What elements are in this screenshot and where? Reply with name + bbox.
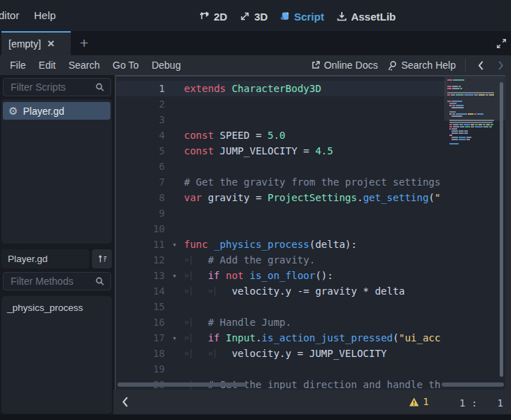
code-text: var gravity = ProjectSettings.get_settin… (184, 192, 440, 203)
code-editor[interactable]: 1extends CharacterBody3D234const SPEED =… (115, 75, 505, 390)
window-bottom-edge (0, 414, 511, 420)
current-script-label[interactable]: Player.gd (1, 249, 89, 268)
scripts-list: ⚙ Player.gd (1, 99, 112, 244)
workspace-script-button[interactable]: Script (280, 11, 324, 23)
editor-top-bar: ditor Help 2D 3D (0, 0, 511, 31)
expand-window-icon[interactable] (495, 38, 507, 50)
script-icon (280, 11, 290, 22)
minimap-row (447, 126, 503, 127)
scene-tab-empty[interactable]: [empty] × (1, 31, 71, 55)
menu-item-editor[interactable]: ditor (0, 9, 19, 21)
code-line-1[interactable]: 1extends CharacterBody3D (116, 81, 447, 96)
minimap-viewport-overlay[interactable] (444, 77, 505, 120)
code-lines: 1extends CharacterBody3D234const SPEED =… (116, 81, 447, 390)
code-text: »|# Handle Jump. (184, 317, 292, 328)
workspace-assetlib-button[interactable]: AssetLib (336, 11, 396, 23)
code-text: »|# Add the gravity. (184, 254, 315, 266)
menu-edit[interactable]: Edit (33, 59, 62, 71)
code-line-15[interactable]: 15 (116, 299, 447, 314)
cursor-line: 1 (459, 397, 465, 409)
tab-indent-marker: »| (208, 348, 232, 358)
code-line-5[interactable]: 5const JUMP_VELOCITY = 4.5 (116, 143, 447, 159)
tab-indent-marker: »| (184, 255, 208, 265)
history-back-icon[interactable] (475, 60, 486, 71)
filter-scripts-input[interactable] (9, 81, 95, 93)
code-line-9[interactable]: 9 (116, 205, 447, 221)
code-line-7[interactable]: 7# Get the gravity from the project sett… (116, 174, 447, 190)
line-number: 2 (116, 98, 165, 110)
menu-file[interactable]: File (4, 59, 33, 71)
script-item-player[interactable]: ⚙ Player.gd (3, 102, 110, 120)
code-text: »|if not is_on_floor(): (184, 270, 333, 281)
line-number: 15 (116, 301, 165, 312)
fold-arrow-icon[interactable]: ▾ (165, 334, 184, 343)
menu-goto[interactable]: Go To (106, 59, 145, 71)
cursor-position: 1 : 1 (459, 397, 503, 409)
workspace-switcher: 2D 3D Script (199, 7, 396, 25)
code-line-16[interactable]: 16»|# Handle Jump. (116, 314, 447, 330)
code-text: # Get the gravity from the project setti… (184, 176, 440, 188)
sort-methods-button[interactable] (92, 249, 112, 268)
toggle-scripts-panel-icon[interactable] (121, 396, 129, 408)
line-number: 7 (116, 176, 165, 188)
filter-methods-field[interactable] (3, 272, 111, 290)
line-number: 9 (116, 208, 165, 219)
warning-badge[interactable]: 1 (408, 396, 429, 407)
code-line-3[interactable]: 3 (116, 112, 447, 127)
minimap-row (447, 137, 503, 138)
gear-icon: ⚙ (8, 106, 18, 116)
scene-tab-bar: [empty] × + (0, 31, 511, 55)
close-tab-icon[interactable]: × (47, 39, 54, 49)
code-line-4[interactable]: 4const SPEED = 5.0 (116, 127, 447, 143)
code-text: const SPEED = 5.0 (184, 130, 285, 141)
search-help-button[interactable]: Search Help (387, 59, 456, 71)
right-panel-edge (505, 75, 511, 390)
menu-right-group: Online Docs Search Help (311, 55, 507, 75)
sort-icon (97, 254, 108, 264)
line-number: 6 (116, 161, 165, 172)
code-line-19[interactable]: 19 (116, 361, 447, 377)
fold-arrow-icon[interactable]: ▾ (165, 271, 184, 280)
external-link-icon (311, 60, 321, 70)
filter-methods-input[interactable] (9, 275, 95, 288)
cursor-separator: : (471, 397, 477, 409)
methods-list: _physics_process (1, 296, 112, 414)
tab-indent-marker: »| (208, 286, 232, 296)
script-status-bar: 1 1 : 1 (113, 390, 511, 414)
code-line-6[interactable]: 6 (116, 159, 447, 174)
horizontal-scrollbar-thumb[interactable] (117, 382, 247, 387)
vertical-scrollbar[interactable] (500, 82, 503, 377)
filter-scripts-field[interactable] (3, 78, 111, 96)
minimap-row (447, 143, 503, 144)
code-line-12[interactable]: 12»|# Add the gravity. (116, 252, 447, 268)
code-text: extends CharacterBody3D (184, 83, 321, 94)
line-number: 12 (116, 254, 165, 266)
line-number: 10 (116, 223, 165, 234)
code-line-18[interactable]: 18»|»|velocity.y = JUMP_VELOCITY (116, 346, 447, 361)
workspace-2d-button[interactable]: 2D (199, 11, 227, 23)
line-number: 3 (116, 114, 165, 125)
menu-debug[interactable]: Debug (145, 59, 187, 71)
method-item[interactable]: _physics_process (6, 301, 108, 314)
search-icon (95, 82, 105, 92)
code-line-17[interactable]: 17▾»|if Input.is_action_just_pressed("ui… (116, 330, 447, 346)
fold-arrow-icon[interactable]: ▾ (165, 240, 184, 249)
code-line-10[interactable]: 10 (116, 221, 447, 237)
line-number: 19 (116, 363, 165, 375)
code-line-14[interactable]: 14»|»|velocity.y -= gravity * delta (116, 283, 447, 299)
workspace-3d-button[interactable]: 3D (239, 11, 268, 23)
minimap-row (447, 139, 503, 140)
menu-search[interactable]: Search (62, 59, 106, 71)
history-forward-icon[interactable] (495, 60, 507, 71)
add-scene-tab-button[interactable]: + (75, 34, 93, 52)
horizontal-scrollbar-end[interactable] (442, 382, 504, 387)
menu-item-help[interactable]: Help (34, 9, 56, 21)
code-line-8[interactable]: 8var gravity = ProjectSettings.get_setti… (116, 190, 447, 205)
online-docs-button[interactable]: Online Docs (311, 59, 378, 71)
code-line-11[interactable]: 11▾func _physics_process(delta): (116, 237, 447, 252)
code-line-2[interactable]: 2 (116, 96, 447, 112)
line-number: 11 (116, 239, 165, 250)
search-help-icon (387, 60, 398, 71)
code-text: func _physics_process(delta): (184, 239, 357, 250)
code-line-13[interactable]: 13▾»|if not is_on_floor(): (116, 268, 447, 283)
